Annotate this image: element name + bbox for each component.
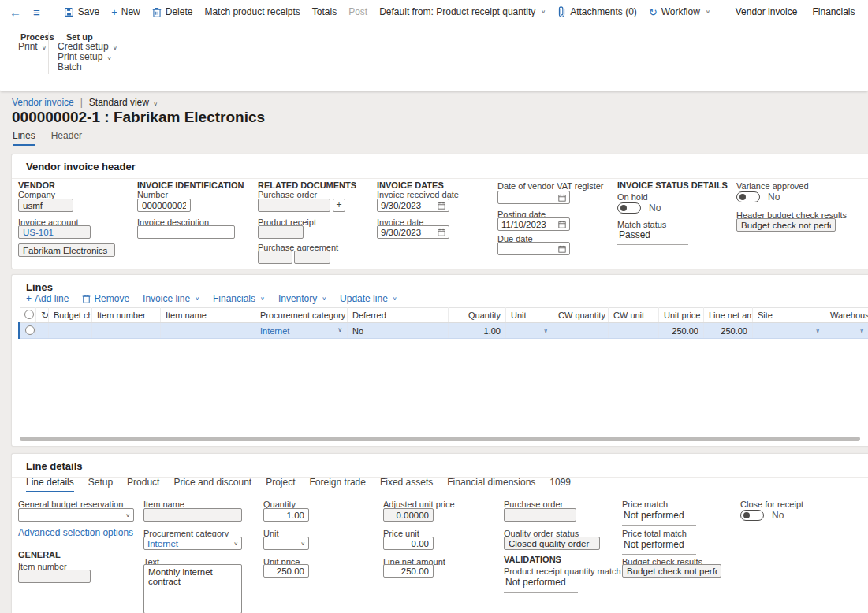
financials-menu[interactable]: Financials∨	[213, 293, 265, 304]
item-number-field[interactable]	[18, 570, 91, 583]
cell-item-number[interactable]	[92, 323, 161, 339]
cell-line-net-amount[interactable]: 250.00	[704, 323, 753, 339]
price-unit-field[interactable]	[383, 537, 434, 550]
credit-setup-menu[interactable]: Credit setup ∨	[58, 41, 117, 52]
cell-cw-quantity[interactable]	[553, 323, 609, 339]
tab-setup[interactable]: Setup	[88, 477, 113, 492]
on-hold-toggle[interactable]	[617, 202, 641, 214]
unit-select[interactable]: ∨	[263, 537, 309, 550]
invoice-line-menu[interactable]: Invoice line∨	[143, 293, 199, 304]
line-net-amount-field[interactable]	[383, 564, 434, 578]
cell-site[interactable]: ∨	[753, 323, 825, 339]
tab-vendor-invoice[interactable]: Vendor invoice	[734, 0, 799, 24]
purchase-agreement-field-2[interactable]	[294, 251, 330, 264]
totals-button[interactable]: Totals	[312, 0, 337, 24]
item-name-field[interactable]	[143, 508, 242, 522]
breadcrumb-page-link[interactable]: Vendor invoice	[12, 97, 74, 108]
col-cw-quantity[interactable]: CW quantity	[553, 308, 609, 323]
chevron-down-icon[interactable]: ∨	[543, 327, 548, 334]
col-deferred[interactable]: Deferred	[348, 308, 449, 323]
posting-date-field[interactable]: 11/10/2023	[497, 217, 570, 231]
match-product-receipts-button[interactable]: Match product receipts	[204, 0, 300, 24]
save-button[interactable]: Save	[64, 0, 99, 24]
invoice-account-field[interactable]	[18, 225, 91, 239]
col-cw-unit[interactable]: CW unit	[609, 308, 659, 323]
select-all-header[interactable]	[20, 308, 36, 323]
tab-line-details[interactable]: Line details	[26, 477, 74, 492]
cell-budget-check[interactable]	[49, 323, 92, 339]
tab-lines[interactable]: Lines	[13, 130, 35, 146]
cell-quantity[interactable]: 1.00	[449, 323, 506, 339]
quality-order-status-field[interactable]	[504, 537, 600, 550]
default-from-menu[interactable]: Default from: Product receipt quantity∨	[379, 0, 546, 24]
tab-financials[interactable]: Financials	[810, 0, 856, 24]
vat-register-date-field[interactable]	[497, 191, 570, 204]
table-row[interactable]: Internet∨ No 1.00 ∨ 250.00 250.00 ∨ ∨	[20, 323, 868, 339]
invoice-date-field[interactable]: 9/30/2023	[377, 225, 449, 239]
select-all-radio[interactable]	[24, 310, 34, 319]
chevron-down-icon[interactable]: ∨	[859, 327, 864, 334]
view-selector[interactable]: Standard view ∨	[89, 97, 158, 108]
col-unit[interactable]: Unit	[506, 308, 553, 323]
invoice-description-field[interactable]	[137, 225, 235, 239]
col-quantity[interactable]: Quantity	[449, 308, 506, 323]
cell-cw-unit[interactable]	[609, 323, 659, 339]
delete-button[interactable]: Delete	[152, 0, 193, 24]
remove-line-button[interactable]: Remove	[82, 293, 129, 304]
cell-deferred[interactable]: No	[348, 323, 449, 339]
invoice-received-date-field[interactable]: 9/30/2023	[377, 199, 449, 212]
update-line-menu[interactable]: Update line∨	[340, 293, 397, 304]
adjusted-unit-price-field[interactable]	[383, 508, 434, 522]
unit-price-field[interactable]	[263, 564, 309, 578]
cell-unit-price[interactable]: 250.00	[659, 323, 704, 339]
number-field[interactable]	[137, 199, 191, 212]
tab-1099[interactable]: 1099	[549, 477, 571, 492]
add-line-button[interactable]: +Add line	[26, 293, 69, 304]
company-field[interactable]	[18, 199, 73, 212]
col-line-net-amount[interactable]: Line net amount	[704, 308, 753, 323]
row-radio[interactable]	[25, 325, 35, 335]
back-button[interactable]: ←	[9, 0, 21, 24]
tab-project[interactable]: Project	[266, 477, 295, 492]
procurement-category-select[interactable]: Internet∨	[143, 537, 242, 550]
tab-header[interactable]: Header	[51, 130, 82, 146]
inventory-menu[interactable]: Inventory∨	[278, 293, 326, 304]
close-for-receipt-toggle[interactable]	[740, 510, 764, 521]
purchase-order-field[interactable]	[258, 199, 330, 212]
print-menu[interactable]: Print ∨	[18, 41, 47, 52]
quantity-field[interactable]	[263, 508, 309, 522]
chevron-down-icon[interactable]: ∨	[815, 327, 820, 334]
col-item-number[interactable]: Item number	[92, 308, 161, 323]
print-setup-menu[interactable]: Print setup ∨	[58, 51, 112, 62]
tab-foreign-trade[interactable]: Foreign trade	[310, 477, 366, 492]
tab-financial-dimensions[interactable]: Financial dimensions	[447, 477, 535, 492]
attachments-button[interactable]: Attachments (0)	[557, 0, 637, 24]
general-budget-reservation-select[interactable]: ∨	[18, 508, 134, 522]
header-budget-check-field[interactable]	[736, 218, 836, 232]
col-budget-check[interactable]: Budget check r...	[49, 308, 92, 323]
workflow-menu[interactable]: ↻Workflow∨	[649, 0, 710, 24]
product-receipt-field[interactable]	[258, 225, 304, 239]
horizontal-scrollbar[interactable]	[20, 437, 860, 441]
chevron-down-icon[interactable]: ∨	[337, 326, 342, 333]
purchase-agreement-field-1[interactable]	[258, 251, 292, 264]
vendor-name-field[interactable]	[18, 243, 115, 257]
col-site[interactable]: Site	[753, 308, 825, 323]
purchase-order-field[interactable]	[504, 508, 576, 522]
col-procurement-category[interactable]: Procurement category	[255, 308, 348, 323]
col-warehouse[interactable]: Warehouse	[825, 308, 868, 323]
refresh-header[interactable]: ↻	[36, 308, 49, 323]
new-button[interactable]: +New	[111, 0, 140, 24]
cell-procurement-category[interactable]: Internet∨	[255, 323, 348, 339]
cell-item-name[interactable]	[161, 323, 255, 339]
cell-unit[interactable]: ∨	[506, 323, 553, 339]
col-item-name[interactable]: Item name	[161, 308, 255, 323]
budget-check-results-field[interactable]	[622, 564, 721, 578]
tab-fixed-assets[interactable]: Fixed assets	[380, 477, 433, 492]
text-field[interactable]: Monthly internet contract	[143, 564, 242, 613]
variance-approved-toggle[interactable]	[736, 191, 760, 202]
cell-warehouse[interactable]: ∨	[825, 323, 868, 339]
due-date-field[interactable]	[497, 242, 570, 255]
add-purchase-order-button[interactable]: +	[333, 199, 345, 212]
batch-button[interactable]: Batch	[58, 61, 82, 72]
